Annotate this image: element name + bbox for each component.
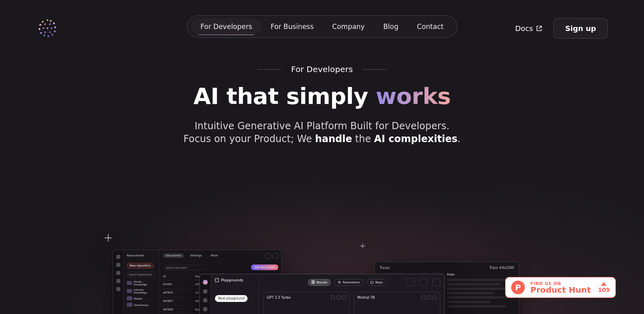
ph-name: Product Hunt [530, 286, 591, 294]
model-card: Mixtral-7B [354, 292, 440, 314]
list-item: Models [127, 296, 156, 300]
hero-sub-2b: handle [315, 133, 352, 145]
mock-center-sidebar: Playgrounds New playground [211, 274, 259, 314]
product-hunt-logo-icon: P [511, 281, 525, 294]
model-name: Mixtral-7B [357, 295, 375, 300]
tab-settings: Settings [188, 253, 204, 258]
eyebrow-line-right [363, 69, 387, 70]
svg-point-13 [49, 23, 51, 25]
hero-sub-2d: AI complexities [374, 133, 457, 145]
external-link-icon [536, 25, 542, 31]
rail-icon [116, 279, 120, 283]
svg-point-12 [44, 23, 46, 25]
hero-sub-2c: the [352, 133, 374, 145]
signup-button[interactable]: Sign up [553, 18, 608, 39]
hero-title: AI that simply works [16, 83, 628, 109]
folder-icon [370, 281, 374, 284]
list-icon [312, 281, 315, 284]
square-icon [272, 253, 278, 259]
trace-id: Trace #4e5290 [489, 266, 514, 270]
model-name: GPT 3.5 Turbo [267, 295, 291, 300]
tab-results: Results [308, 279, 331, 286]
mock-center-iconrail [200, 274, 211, 314]
mock-left-iconrail [113, 250, 124, 314]
list-item: Emails - Knowledge [127, 280, 156, 286]
sparkle-icon [360, 244, 365, 249]
rail-icon [116, 255, 120, 259]
brand-logo[interactable] [36, 17, 59, 39]
product-hunt-badge[interactable]: P FIND US ON Product Hunt 109 [505, 277, 616, 298]
add-document-button: Add document [251, 264, 278, 270]
hero-title-gradient: works [376, 83, 451, 109]
svg-point-10 [39, 24, 41, 26]
svg-point-18 [47, 27, 48, 29]
main-nav: For Developers For Business Company Blog… [187, 15, 457, 38]
svg-point-11 [42, 21, 43, 23]
sparkle-icon [105, 234, 112, 242]
brand-dot-icon [203, 280, 208, 285]
mock-window-playgrounds: Playgrounds New playground Results Param… [199, 274, 445, 314]
nav-contact[interactable]: Contact [408, 18, 453, 35]
product-hunt-text: FIND US ON Product Hunt [530, 281, 591, 294]
share-icon [432, 278, 440, 286]
svg-point-16 [44, 31, 46, 33]
svg-rect-19 [215, 279, 219, 282]
ph-count: 109 [598, 287, 610, 293]
nav-company[interactable]: Company [323, 18, 374, 35]
sliders-icon [338, 281, 341, 284]
svg-point-5 [52, 34, 53, 35]
docs-link[interactable]: Docs [515, 24, 542, 33]
hero: For Developers AI that simply works Intu… [0, 64, 644, 146]
sidebar-title: Repositories [127, 254, 156, 257]
svg-point-6 [47, 35, 49, 37]
grid-icon [419, 278, 427, 286]
hero-eyebrow: For Developers [291, 64, 353, 74]
svg-point-9 [39, 28, 41, 30]
traces-title: Traces [380, 266, 390, 270]
eyebrow-line-left [257, 69, 281, 70]
cube-icon [215, 278, 219, 282]
svg-point-7 [43, 35, 45, 36]
svg-point-0 [47, 19, 48, 21]
hero-title-plain: AI that simply [194, 83, 376, 109]
mock-center-body: Results Parameters Repo GPT 3.5 Turbo [259, 274, 444, 314]
hero-sub-line1: Intuitive Generative AI Platform Built f… [194, 120, 449, 132]
model-card: GPT 3.5 Turbo [263, 292, 350, 314]
ph-upvote[interactable]: 109 [598, 282, 610, 293]
svg-rect-21 [312, 282, 315, 283]
svg-point-17 [43, 27, 44, 29]
rail-icon [116, 287, 120, 291]
hero-sub-2e: . [458, 133, 461, 145]
svg-point-8 [40, 32, 42, 34]
hero-eyebrow-row: For Developers [16, 64, 628, 74]
rail-icon [116, 271, 120, 275]
tab-documents: Documents [163, 253, 184, 258]
nav-for-developers[interactable]: For Developers [191, 18, 261, 35]
upvote-triangle-icon [601, 282, 607, 286]
list-item: Versionning [127, 303, 156, 307]
hero-sub-2a: Focus on your Product; We [184, 133, 315, 145]
playgrounds-title: Playgrounds [215, 278, 255, 282]
new-playground-button: New playground [215, 295, 248, 302]
doc-search: Search document [163, 265, 207, 270]
nav-blog[interactable]: Blog [374, 18, 408, 35]
mockup-stage: Repositories New repository Search repos… [0, 209, 644, 314]
svg-rect-20 [312, 281, 315, 281]
steps-label: Steps [447, 273, 514, 276]
rail-icon [203, 307, 207, 311]
square-icon [265, 253, 271, 259]
svg-rect-23 [371, 281, 373, 283]
rail-icon [203, 298, 207, 302]
svg-rect-22 [312, 283, 315, 284]
rail-icon [203, 289, 207, 293]
svg-point-1 [50, 20, 52, 22]
svg-point-3 [54, 27, 56, 29]
nav-for-business[interactable]: For Business [261, 18, 323, 35]
col-id: ID [163, 275, 187, 278]
new-repo-button: New repository [127, 263, 154, 269]
svg-point-14 [51, 27, 52, 29]
svg-point-4 [54, 31, 56, 32]
svg-point-15 [49, 31, 51, 33]
mock-left-sidebar: Repositories New repository Search repos… [124, 250, 160, 314]
svg-point-2 [53, 23, 55, 25]
